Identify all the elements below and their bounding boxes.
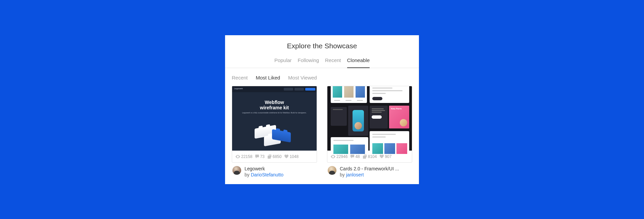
- stat-views: 22946: [331, 154, 347, 159]
- stat-comments-value: 48: [355, 154, 360, 159]
- tab-recent[interactable]: Recent: [325, 55, 341, 68]
- card-stats: 22158 73 6850 1048: [232, 151, 317, 162]
- preview-headline-1: Webflow: [232, 100, 317, 105]
- eye-icon: [235, 155, 240, 158]
- stat-clones: 8104: [363, 154, 377, 159]
- clone-icon: [268, 155, 272, 159]
- card-byline: by janlosert: [340, 172, 399, 177]
- preview-brand: Legowerk: [234, 88, 243, 90]
- card-author[interactable]: DarioStefanutto: [251, 172, 283, 177]
- stat-likes: 907: [380, 154, 391, 159]
- stat-comments-value: 73: [260, 154, 264, 159]
- secondary-tabs: Recent Most Liked Most Viewed: [225, 68, 419, 86]
- project-preview: Katy Parris: [327, 86, 412, 151]
- tab-cloneable[interactable]: Cloneable: [347, 55, 370, 68]
- tab-popular[interactable]: Popular: [274, 55, 292, 68]
- eye-icon: [331, 155, 335, 158]
- preview-headline-2: wireframe kit: [232, 105, 317, 110]
- clone-icon: [363, 155, 367, 159]
- card-byline: by DarioStefanutto: [245, 172, 283, 177]
- comment-icon: [351, 155, 354, 158]
- comment-icon: [255, 155, 259, 158]
- subtab-recent[interactable]: Recent: [232, 75, 248, 80]
- by-label: by: [340, 172, 346, 177]
- project-preview: Legowerk Webflow wireframe kit Legowerk …: [232, 86, 317, 151]
- subtab-most-liked[interactable]: Most Liked: [256, 75, 280, 80]
- showcase-panel: Explore the Showcase Popular Following R…: [225, 35, 419, 184]
- stat-views-value: 22158: [241, 154, 252, 159]
- stat-clones-value: 6850: [273, 154, 282, 159]
- panel-title: Explore the Showcase: [225, 42, 419, 50]
- by-label: by: [245, 172, 251, 177]
- card-grid: Legowerk Webflow wireframe kit Legowerk …: [225, 86, 419, 184]
- heart-icon: [380, 155, 384, 158]
- stat-likes-value: 907: [385, 154, 391, 159]
- heart-icon: [284, 155, 288, 158]
- avatar[interactable]: [232, 166, 241, 175]
- tab-following[interactable]: Following: [298, 55, 319, 68]
- card-title[interactable]: Cards 2.0 - Framework/UI ...: [340, 166, 399, 171]
- showcase-card: Katy Parris: [327, 86, 412, 177]
- panel-header: Explore the Showcase Popular Following R…: [225, 35, 419, 68]
- stat-likes-value: 1048: [289, 154, 299, 159]
- primary-tabs: Popular Following Recent Cloneable: [225, 55, 419, 68]
- card-meta: Legowerk by DarioStefanutto: [232, 163, 317, 177]
- card-box[interactable]: Legowerk Webflow wireframe kit Legowerk …: [232, 86, 317, 163]
- stat-comments: 73: [255, 154, 264, 159]
- stat-comments: 48: [351, 154, 360, 159]
- card-box[interactable]: Katy Parris: [327, 86, 412, 163]
- stat-clones: 6850: [268, 154, 282, 159]
- card-author[interactable]: janlosert: [346, 172, 364, 177]
- avatar[interactable]: [328, 166, 336, 175]
- stat-likes: 1048: [284, 154, 299, 159]
- stat-clones-value: 8104: [368, 154, 377, 159]
- stat-views-value: 22946: [336, 154, 347, 159]
- card-title[interactable]: Legowerk: [245, 166, 283, 171]
- preview-sub: Legowerk is a fully customizable wirefra…: [232, 112, 317, 114]
- card-meta: Cards 2.0 - Framework/UI ... by janloser…: [327, 163, 412, 177]
- subtab-most-viewed[interactable]: Most Viewed: [288, 75, 317, 80]
- stat-views: 22158: [235, 154, 252, 159]
- showcase-card: Legowerk Webflow wireframe kit Legowerk …: [232, 86, 317, 177]
